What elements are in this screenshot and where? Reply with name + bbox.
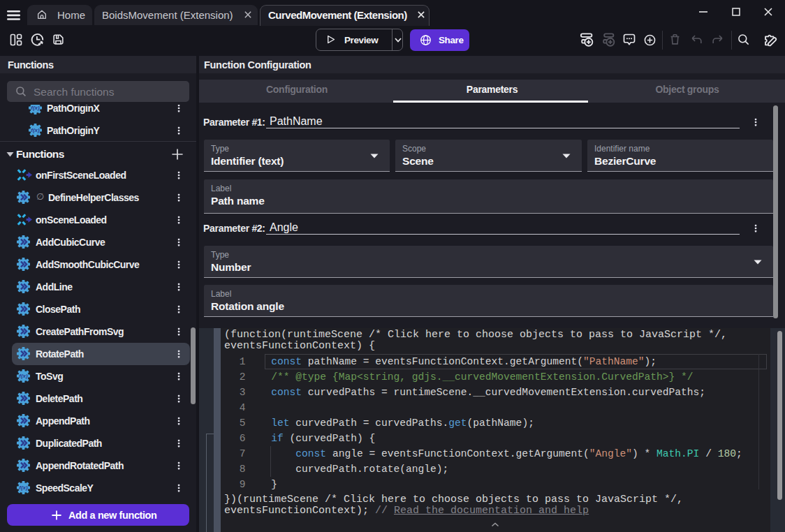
svg-text:f(x): f(x) [31,105,40,111]
svg-text:f(x): f(x) [31,127,40,133]
svg-text:f(x): f(x) [19,373,28,379]
svg-text:f(x): f(x) [19,485,28,491]
